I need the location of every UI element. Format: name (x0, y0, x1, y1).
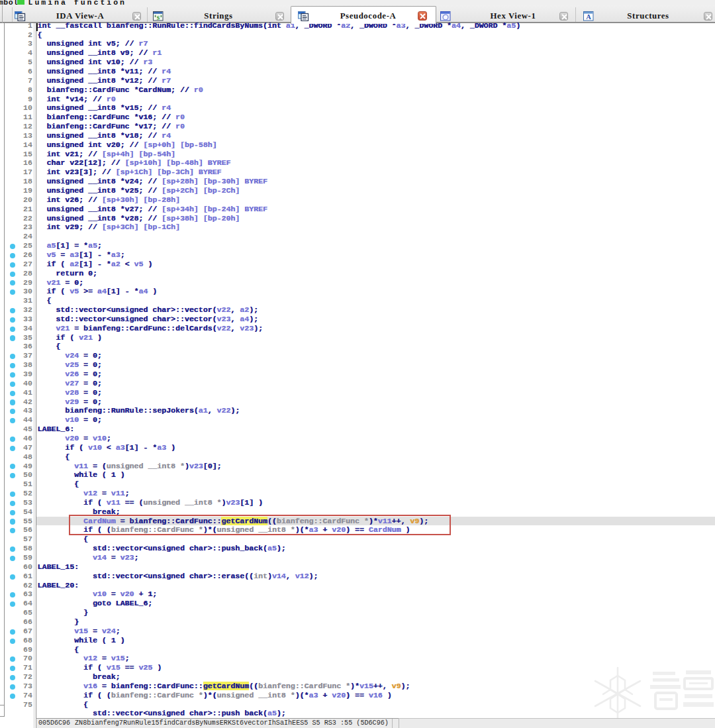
svg-text:A: A (586, 13, 591, 21)
svg-text:s: s (157, 13, 160, 21)
